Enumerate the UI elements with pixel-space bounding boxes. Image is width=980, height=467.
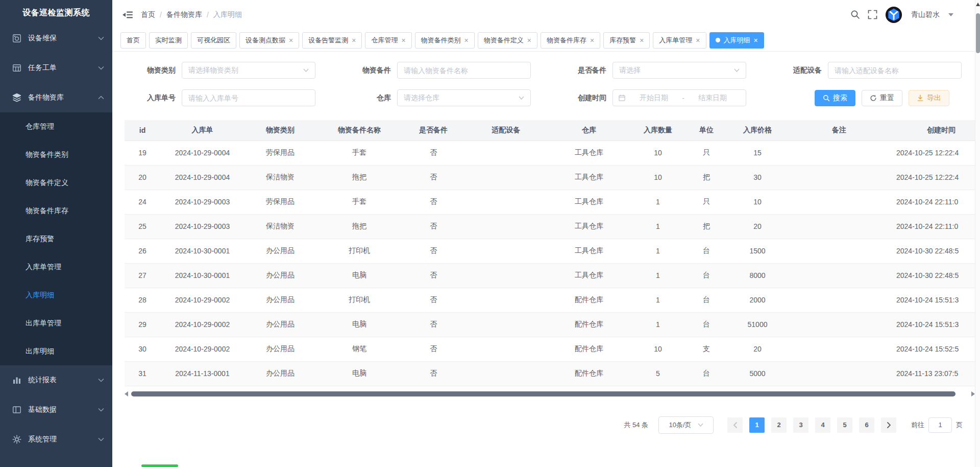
close-tab-icon[interactable]: × xyxy=(527,37,531,44)
table-cell: 劳保用品 xyxy=(244,190,316,214)
close-tab-icon[interactable]: × xyxy=(401,37,405,44)
page-number-list: 123456 xyxy=(749,417,874,433)
table-row[interactable]: 192024-10-29-0004劳保用品手套否工具仓库10只152024-10… xyxy=(125,141,975,165)
close-tab-icon[interactable]: × xyxy=(352,37,356,44)
sidebar-subitem[interactable]: 物资备件库存 xyxy=(0,197,112,225)
filter-field-is-spare: 是否备件 请选择 xyxy=(561,62,746,79)
table-cell: 2024-10-29-0002 xyxy=(160,288,244,312)
close-tab-icon[interactable]: × xyxy=(696,37,700,44)
sidebar-item-system[interactable]: 系统管理 xyxy=(0,425,112,454)
reset-button-label: 重置 xyxy=(880,94,894,103)
page-number-button[interactable]: 4 xyxy=(815,417,830,433)
horizontal-scroll-thumb[interactable] xyxy=(131,391,955,396)
table-row[interactable]: 302024-10-29-0002办公用品钢笔否配件仓库10支202024-10… xyxy=(125,337,975,361)
sidebar-subitem[interactable]: 库存预警 xyxy=(0,225,112,253)
search-icon[interactable] xyxy=(850,10,860,19)
table-row[interactable]: 272024-10-30-0001办公用品电脑否工具仓库1台80002024-1… xyxy=(125,263,975,288)
tab-item[interactable]: 实时监测 xyxy=(149,32,188,49)
export-button[interactable]: 导出 xyxy=(909,90,949,106)
sidebar-subitem[interactable]: 物资备件定义 xyxy=(0,169,112,197)
category-select[interactable]: 请选择物资类别 xyxy=(182,62,315,79)
device-name-input[interactable] xyxy=(828,62,962,79)
vertical-scroll-thumb[interactable] xyxy=(976,13,980,53)
scroll-right-arrow-icon[interactable] xyxy=(971,391,975,396)
tab-item[interactable]: 入库明细× xyxy=(709,32,764,49)
tab-item[interactable]: 设备测点数据× xyxy=(239,32,299,49)
breadcrumb-home[interactable]: 首页 xyxy=(141,10,155,19)
next-page-button[interactable] xyxy=(881,417,896,433)
sidebar-submenu: 仓库管理物资备件类别物资备件定义物资备件库存库存预警入库单管理入库明细出库单管理… xyxy=(0,112,112,365)
table-cell: 配件仓库 xyxy=(548,312,630,337)
filter-label: 仓库 xyxy=(346,94,391,103)
scroll-up-arrow-icon[interactable] xyxy=(976,3,980,6)
table-cell: 1 xyxy=(630,190,686,214)
avatar[interactable] xyxy=(885,6,902,24)
collapse-sidebar-icon[interactable] xyxy=(122,11,133,19)
scroll-left-arrow-icon[interactable] xyxy=(125,391,128,396)
table-row[interactable]: 242024-10-29-0003劳保用品手套否工具仓库1只102024-10-… xyxy=(125,190,975,214)
tab-item[interactable]: 设备告警监测× xyxy=(302,32,362,49)
close-tab-icon[interactable]: × xyxy=(640,37,644,44)
sidebar: 设备巡检监测系统 设备维保 任务工单 xyxy=(0,0,112,467)
filter-row: 物资类别 请选择物资类别 物资备件 是否备件 请选择 xyxy=(131,62,980,79)
tab-item[interactable]: 可视化园区 xyxy=(191,32,236,49)
date-range-picker[interactable]: 开始日期 - 结束日期 xyxy=(612,89,746,106)
goto-page-input[interactable] xyxy=(928,417,952,433)
page-size-select[interactable]: 10条/页 xyxy=(658,416,714,434)
close-tab-icon[interactable]: × xyxy=(464,37,469,44)
warehouse-select[interactable]: 请选择仓库 xyxy=(397,89,531,106)
page-number-button[interactable]: 3 xyxy=(793,417,808,433)
breadcrumb-separator: / xyxy=(207,11,209,19)
table-row[interactable]: 282024-10-29-0002办公用品打印机否配件仓库1台20002024-… xyxy=(125,288,975,312)
spare-name-input[interactable] xyxy=(397,62,531,79)
sidebar-item-spare-parts[interactable]: 备件物资库 xyxy=(0,83,112,112)
horizontal-scroll-track[interactable] xyxy=(131,391,968,396)
table-row[interactable]: 262024-10-30-0001办公用品打印机否工具仓库1台15002024-… xyxy=(125,239,975,263)
tab-item[interactable]: 首页 xyxy=(120,32,146,49)
close-tab-icon[interactable]: × xyxy=(754,37,758,44)
tab-item[interactable]: 物资备件类别× xyxy=(415,32,475,49)
sidebar-item-task-orders[interactable]: 任务工单 xyxy=(0,53,112,83)
filter-field-spare: 物资备件 xyxy=(346,62,531,79)
order-no-input[interactable] xyxy=(182,89,315,106)
page-number-button[interactable]: 5 xyxy=(837,417,852,433)
user-menu-caret-icon[interactable] xyxy=(948,13,953,16)
prev-page-button[interactable] xyxy=(727,417,743,433)
table-cell: 10 xyxy=(630,337,686,361)
sidebar-subitem[interactable]: 出库明细 xyxy=(0,337,112,365)
page-number-button[interactable]: 1 xyxy=(749,417,765,433)
user-name[interactable]: 青山碧水 xyxy=(911,10,940,19)
page-number-button[interactable]: 2 xyxy=(771,417,787,433)
app-root: 设备巡检监测系统 设备维保 任务工单 xyxy=(0,0,980,467)
table-cell: 2024-10-24 22:11:0 xyxy=(890,190,975,214)
tab-item[interactable]: 库存预警× xyxy=(603,32,650,49)
fullscreen-icon[interactable] xyxy=(868,10,877,19)
sidebar-item-statistics[interactable]: 统计报表 xyxy=(0,365,112,395)
tab-item[interactable]: 物资备件库存× xyxy=(541,32,600,49)
tab-item[interactable]: 入库单管理× xyxy=(653,32,706,49)
tab-item[interactable]: 物资备件定义× xyxy=(478,32,537,49)
table-cell: 否 xyxy=(403,214,464,239)
is-spare-select[interactable]: 请选择 xyxy=(612,62,746,79)
sidebar-subitem[interactable]: 入库单管理 xyxy=(0,253,112,281)
vertical-scrollbar[interactable] xyxy=(975,0,980,467)
horizontal-scrollbar[interactable] xyxy=(125,390,975,398)
reset-button[interactable]: 重置 xyxy=(862,90,902,106)
table-row[interactable]: 292024-10-29-0002办公用品电脑否配件仓库1台510002024-… xyxy=(125,312,975,337)
table-row[interactable]: 202024-10-29-0004保洁物资拖把否工具仓库10把302024-10… xyxy=(125,165,975,190)
table-cell: 2024-10-29-0004 xyxy=(160,165,244,190)
sidebar-subitem[interactable]: 物资备件类别 xyxy=(0,141,112,169)
sidebar-subitem[interactable]: 入库明细 xyxy=(0,281,112,309)
page-number-button[interactable]: 6 xyxy=(859,417,874,433)
close-tab-icon[interactable]: × xyxy=(590,37,594,44)
sidebar-subitem[interactable]: 仓库管理 xyxy=(0,112,112,141)
sidebar-item-equipment-maintenance[interactable]: 设备维保 xyxy=(0,24,112,53)
table-row[interactable]: 252024-10-29-0003保洁物资拖把否工具仓库1把202024-10-… xyxy=(125,214,975,239)
tab-item[interactable]: 仓库管理× xyxy=(365,32,411,49)
search-button[interactable]: 搜索 xyxy=(815,90,855,106)
breadcrumb-parent[interactable]: 备件物资库 xyxy=(166,10,202,19)
sidebar-subitem[interactable]: 出库单管理 xyxy=(0,309,112,337)
close-tab-icon[interactable]: × xyxy=(289,37,293,44)
table-row[interactable]: 312024-11-13-0001办公用品电脑否配件仓库5台50002024-1… xyxy=(125,361,975,386)
sidebar-item-base-data[interactable]: 基础数据 xyxy=(0,395,112,425)
